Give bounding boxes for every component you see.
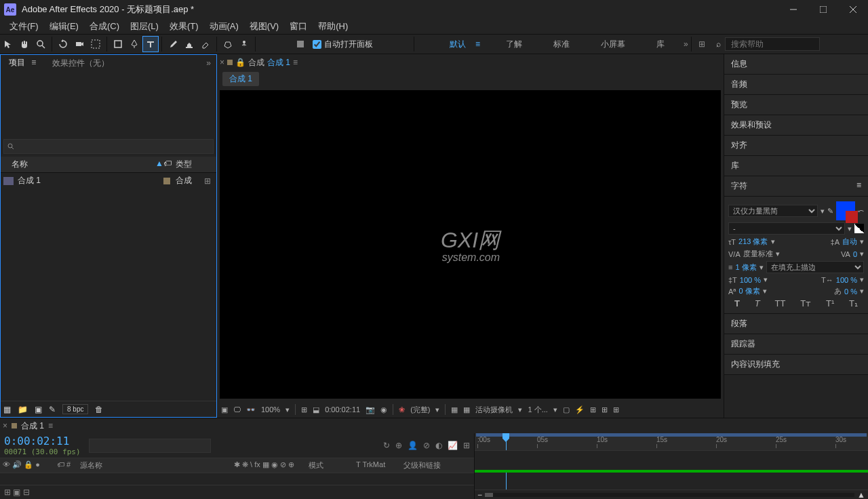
adjust-icon[interactable]: ✎ xyxy=(49,405,56,414)
tools-icon[interactable]: ⊞ xyxy=(694,39,709,49)
tsume-value[interactable]: 0 % xyxy=(844,287,857,296)
tl-icon-1[interactable]: ↻ xyxy=(383,441,390,450)
lock-icon[interactable]: 🔒 xyxy=(235,58,245,67)
viewer-monitor-icon[interactable]: 🖵 xyxy=(233,405,241,414)
tab-effect-controls[interactable]: 效果控件（无） xyxy=(44,55,117,72)
tl-icon-fx[interactable]: ⊘ xyxy=(423,441,430,450)
sort-arrow-icon[interactable]: ▲ xyxy=(155,159,163,170)
font-size-value[interactable]: 213 像素 xyxy=(738,237,768,247)
minimize-button[interactable] xyxy=(778,0,808,19)
new-folder-icon[interactable]: 📁 xyxy=(18,405,28,414)
label-color-swatch[interactable] xyxy=(163,178,170,184)
roi-icon[interactable]: ▦ xyxy=(451,405,458,414)
pan-behind-tool[interactable] xyxy=(88,37,103,52)
comp-panel-menu-icon[interactable]: ≡ xyxy=(293,58,298,67)
clone-tool[interactable] xyxy=(182,37,197,52)
kerning-value[interactable]: 度量标准 xyxy=(743,249,773,259)
tl-col-parent[interactable]: 父级和链接 xyxy=(403,460,471,471)
pixel-aspect-icon[interactable]: ▢ xyxy=(563,405,570,414)
close-button[interactable] xyxy=(838,0,868,19)
tl-col-mode[interactable]: 模式 xyxy=(309,460,356,471)
zoom-tool[interactable] xyxy=(33,37,48,52)
timeline-tab-name[interactable]: 合成 1 xyxy=(21,420,44,432)
bpc-toggle[interactable]: 8 bpc xyxy=(62,404,88,414)
workspace-standard[interactable]: 标准 xyxy=(548,36,575,53)
zoom-in-icon[interactable]: ▲ xyxy=(854,490,868,500)
bold-button[interactable]: T xyxy=(734,298,740,308)
vscale-value[interactable]: 100 % xyxy=(740,276,761,284)
panel-content-aware[interactable]: 内容识别填充 xyxy=(724,355,868,375)
workspace-library[interactable]: 库 xyxy=(651,36,670,53)
zoom-value[interactable]: 100% xyxy=(261,405,280,414)
panel-effects-presets[interactable]: 效果和预设 xyxy=(724,115,868,136)
char-panel-menu-icon[interactable]: ≡ xyxy=(856,180,861,192)
project-search-input[interactable] xyxy=(3,139,214,154)
auto-open-panel-checkbox[interactable]: 自动打开面板 xyxy=(313,39,373,50)
current-time[interactable]: 0:00:02:11 xyxy=(4,435,81,447)
panel-info[interactable]: 信息 xyxy=(724,54,868,75)
eraser-tool[interactable] xyxy=(198,37,213,52)
tl-icon-shy[interactable]: 👤 xyxy=(408,441,418,450)
selection-tool[interactable] xyxy=(1,37,16,52)
eyedropper-icon[interactable]: ✎ xyxy=(827,207,833,216)
flowchart-icon[interactable]: ⊞ xyxy=(204,176,214,186)
col-type[interactable]: 类型 xyxy=(176,159,214,170)
comp-active-tab[interactable]: 合成 1 xyxy=(222,72,259,86)
tl-icon-mb[interactable]: ◐ xyxy=(435,441,442,450)
timeline-search-input[interactable] xyxy=(89,439,211,453)
tracking-value[interactable]: 0 xyxy=(853,250,857,258)
res-down-icon[interactable]: ⬓ xyxy=(313,405,319,414)
fast-preview-icon[interactable]: ⚡ xyxy=(575,405,585,414)
viewer[interactable]: GXI网 system.com xyxy=(220,90,721,399)
grid-icon[interactable]: ▦ xyxy=(463,405,470,414)
tl-icon-2[interactable]: ⊕ xyxy=(395,441,402,450)
menu-edit[interactable]: 编辑(E) xyxy=(44,19,84,34)
workspace-learn[interactable]: 了解 xyxy=(500,36,528,53)
resolution-dropdown[interactable]: (完整) xyxy=(410,405,430,415)
timeline-track-area[interactable]: :00s 05s 10s 15s 20s 25s 30s − ▲ xyxy=(475,433,868,499)
stroke-mode-select[interactable]: 在填充上描边 xyxy=(766,261,864,273)
search-help-input[interactable] xyxy=(725,37,820,51)
allcaps-button[interactable]: TT xyxy=(774,298,785,308)
menu-view[interactable]: 视图(V) xyxy=(244,19,284,34)
puppet-tool[interactable] xyxy=(237,37,252,52)
render-icon[interactable]: ⊞ xyxy=(613,405,619,414)
tl-icon-graph[interactable]: 📈 xyxy=(448,441,458,450)
hand-tool[interactable] xyxy=(17,37,32,52)
baseline-value[interactable]: 0 像素 xyxy=(738,286,760,296)
camera-dropdown[interactable]: 活动摄像机 xyxy=(475,405,513,415)
pen-tool[interactable] xyxy=(127,37,142,52)
panel-preview[interactable]: 预览 xyxy=(724,95,868,115)
col-label-icon[interactable]: 🏷 xyxy=(163,159,176,170)
stroke-width-value[interactable]: 1 像素 xyxy=(735,262,756,273)
comp-tab-close-icon[interactable]: × xyxy=(220,58,224,67)
hscale-value[interactable]: 100 % xyxy=(836,276,857,284)
menu-composition[interactable]: 合成(C) xyxy=(84,19,125,34)
time-ruler[interactable]: :00s 05s 10s 15s 20s 25s 30s xyxy=(475,433,868,451)
views-dropdown[interactable]: 1 个... xyxy=(528,405,547,415)
font-family-select[interactable]: 汉仪力量黑简 xyxy=(728,205,818,217)
timeline-zoom-slider[interactable] xyxy=(485,493,854,497)
panel-paragraph[interactable]: 段落 xyxy=(724,314,868,334)
viewer-goggles-icon[interactable]: 👓 xyxy=(246,405,256,414)
workspace-menu-icon[interactable]: ≡ xyxy=(475,39,480,49)
delete-icon[interactable]: 🗑 xyxy=(95,405,103,414)
flowchart-icon2[interactable]: ⊞ xyxy=(601,405,608,414)
snap-icon[interactable] xyxy=(293,37,308,52)
panel-audio[interactable]: 音频 xyxy=(724,75,868,95)
subscript-button[interactable]: T₁ xyxy=(849,298,858,308)
menu-window[interactable]: 窗口 xyxy=(284,19,313,34)
timeline-tab-close-icon[interactable]: × xyxy=(3,421,7,431)
tl-col-source[interactable]: 源名称 xyxy=(76,460,234,471)
smallcaps-button[interactable]: Tᴛ xyxy=(800,298,811,308)
interpret-icon[interactable]: ▦ xyxy=(3,405,11,414)
swap-colors-icon[interactable] xyxy=(854,224,864,233)
menu-help[interactable]: 帮助(H) xyxy=(313,19,353,34)
superscript-button[interactable]: T¹ xyxy=(826,298,834,308)
font-style-select[interactable]: - xyxy=(728,222,845,235)
tab-project[interactable]: 项目 ≡ xyxy=(1,54,44,73)
timeline-tab-menu-icon[interactable]: ≡ xyxy=(48,421,53,431)
channel-icon[interactable]: ❀ xyxy=(399,405,405,414)
col-name[interactable]: 名称 xyxy=(3,159,155,170)
roto-tool[interactable] xyxy=(220,37,235,52)
